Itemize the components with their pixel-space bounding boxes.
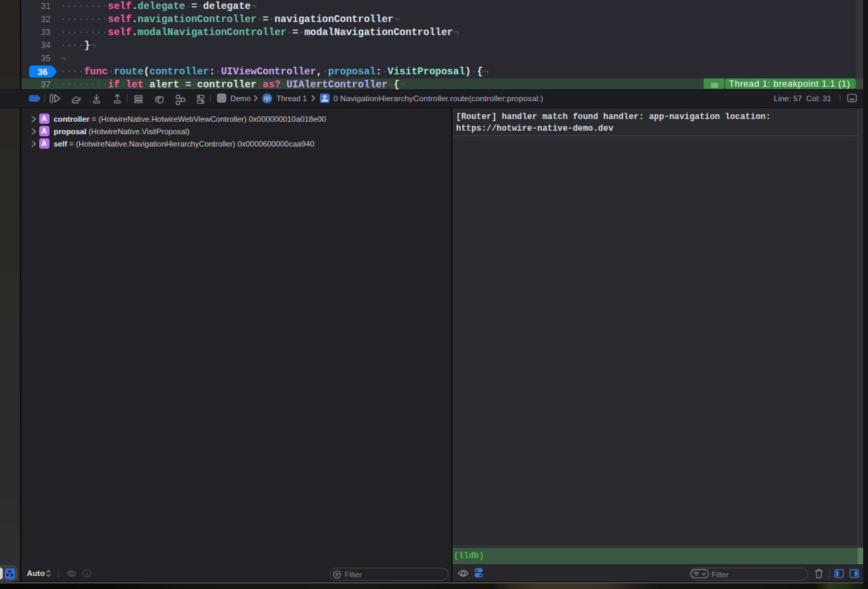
- svg-text:36: 36: [38, 67, 47, 77]
